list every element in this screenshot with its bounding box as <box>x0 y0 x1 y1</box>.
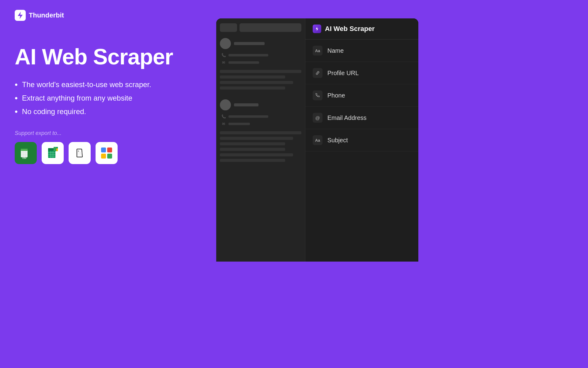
browser-mockup: 📞 ✉ <box>216 18 418 262</box>
contact-name-bar-2 <box>234 103 258 106</box>
contact-email-2: ✉ <box>221 121 301 126</box>
field-icon-phone <box>313 90 322 100</box>
contact-phone-2: 📞 <box>221 114 301 119</box>
csv-export-icon[interactable]: CSV <box>15 142 37 164</box>
contact-email-1: ✉ <box>221 60 301 65</box>
field-icon-url <box>313 68 322 78</box>
phone-icon-1: 📞 <box>221 53 226 58</box>
svg-rect-3 <box>21 149 28 151</box>
logo-regular: Thunder <box>29 11 56 19</box>
field-label-name: Name <box>327 47 344 54</box>
svg-rect-28 <box>101 154 106 159</box>
contact-avatar-2 <box>220 99 231 110</box>
svg-rect-27 <box>107 148 112 152</box>
email-icon-1: ✉ <box>221 60 226 65</box>
field-profile-url[interactable]: Profile URL <box>305 62 418 84</box>
contact-phone-1: 📞 <box>221 53 301 58</box>
logo-text: Thunderbit <box>29 11 64 19</box>
field-label-phone: Phone <box>327 92 345 99</box>
right-panel: 📞 ✉ <box>216 0 418 262</box>
phone-bar-1 <box>228 54 268 56</box>
contact-avatar-1 <box>220 38 231 49</box>
field-label-subject: Subject <box>327 137 348 144</box>
phone-bar-2 <box>228 115 268 118</box>
export-label: Support export to... <box>15 130 209 136</box>
field-icon-subject: Aa <box>313 135 322 145</box>
contact-header-1 <box>220 38 301 49</box>
logo-area: Thunderbit <box>15 10 209 21</box>
main-content: AI Web Scraper The world's easiest-to-us… <box>15 39 209 170</box>
svg-rect-26 <box>101 148 106 152</box>
browser-toolbar <box>220 23 301 32</box>
bullet-item-2: Extract anything from any website <box>15 93 209 103</box>
bullet-list: The world's easiest-to-use web scraper. … <box>15 80 209 117</box>
email-bar-1 <box>228 61 259 64</box>
page-headline: AI Web Scraper <box>15 45 209 69</box>
content-blocks-1 <box>220 70 301 92</box>
content-blocks-2 <box>220 131 301 164</box>
phone-icon-2: 📞 <box>221 114 226 119</box>
svg-text:CSV: CSV <box>22 157 27 159</box>
email-icon-2: ✉ <box>221 121 226 126</box>
contact-name-bar-1 <box>234 42 265 45</box>
thunderbit-logo-icon <box>15 10 26 21</box>
email-bar-2 <box>228 123 250 125</box>
toolbar-btn-1 <box>220 23 237 32</box>
scraper-panel-title: AI Web Scraper <box>325 25 375 33</box>
scraper-header: AI Web Scraper <box>305 18 418 40</box>
sheets-export-icon[interactable] <box>42 142 64 164</box>
scraper-panel: AI Web Scraper Aa Name Profile URL <box>305 18 418 262</box>
contact-header-2 <box>220 99 301 110</box>
export-icons-row: CSV <box>15 142 209 164</box>
browser-content: 📞 ✉ <box>216 18 305 262</box>
field-icon-email: @ <box>313 113 322 123</box>
toolbar-url-bar <box>239 23 301 32</box>
field-icon-name: Aa <box>313 46 322 56</box>
svg-text:N: N <box>78 150 79 152</box>
bullet-item-1: The world's easiest-to-use web scraper. <box>15 80 209 90</box>
left-panel: Thunderbit AI Web Scraper The world's ea… <box>0 0 224 262</box>
field-email[interactable]: @ Email Address <box>305 107 418 129</box>
bullet-item-3: No coding required. <box>15 107 209 117</box>
field-phone[interactable]: Phone <box>305 84 418 107</box>
notion-export-icon[interactable]: N <box>69 142 91 164</box>
field-name[interactable]: Aa Name <box>305 40 418 62</box>
contact-entry-2: 📞 ✉ <box>220 99 301 164</box>
field-subject[interactable]: Aa Subject <box>305 129 418 151</box>
field-label-url: Profile URL <box>327 70 359 77</box>
svg-rect-29 <box>107 154 112 159</box>
scraper-app-icon <box>313 25 321 33</box>
logo-bold: bit <box>56 11 64 19</box>
field-label-email: Email Address <box>327 114 367 121</box>
contact-entry-1: 📞 ✉ <box>220 38 301 92</box>
frames-export-icon[interactable] <box>96 142 118 164</box>
